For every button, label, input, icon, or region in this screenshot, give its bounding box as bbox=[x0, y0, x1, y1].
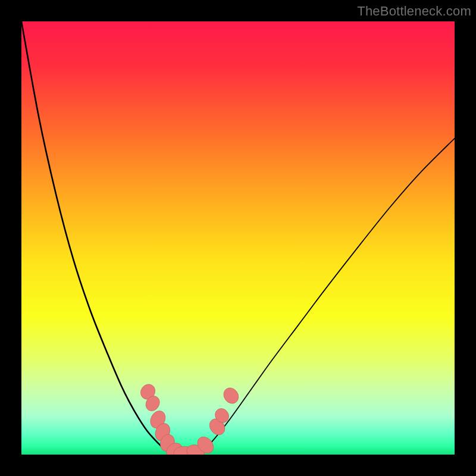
watermark-text: TheBottleneck.com bbox=[357, 4, 471, 19]
chart-svg bbox=[21, 21, 455, 455]
gradient-background bbox=[21, 21, 455, 455]
chart-frame: TheBottleneck.com bbox=[0, 0, 476, 476]
plot-area bbox=[21, 21, 455, 455]
